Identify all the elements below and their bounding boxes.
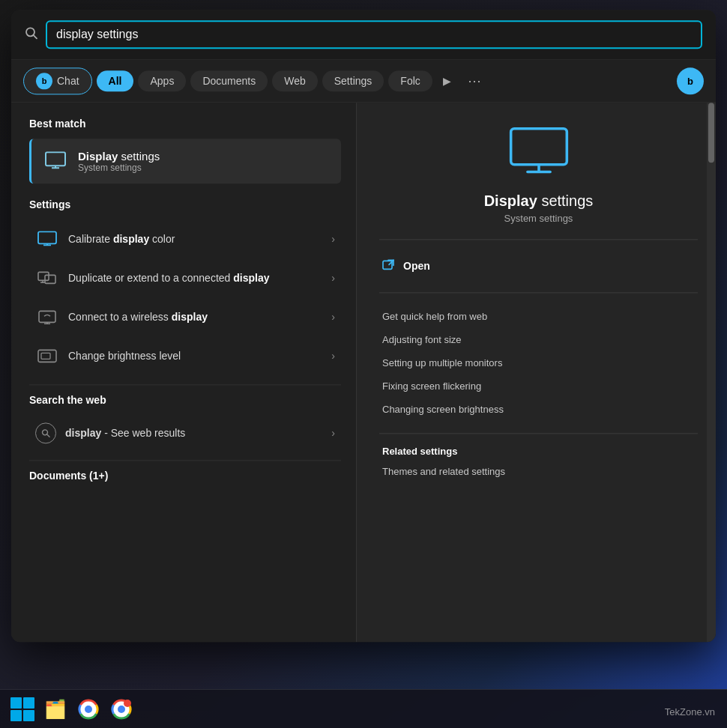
calibrate-icon [35, 227, 59, 251]
tab-chat[interactable]: b Chat [23, 67, 92, 94]
file-explorer-button[interactable]: 🗂️ [42, 696, 69, 723]
tab-documents[interactable]: Documents [190, 70, 268, 91]
web-search-icon [35, 422, 56, 443]
divider-1 [29, 384, 341, 385]
web-search-label: display - See web results [65, 427, 322, 439]
documents-title: Documents (1+) [29, 470, 341, 482]
app-title-rest: settings [537, 192, 593, 209]
tab-web-label: Web [284, 75, 306, 87]
tab-chat-label: Chat [57, 75, 79, 87]
best-match-title: Best match [29, 118, 341, 130]
best-match-bold: Display [78, 150, 118, 163]
calibrate-text-rest: color [149, 233, 175, 245]
left-panel: Best match Display settings System setti… [11, 103, 356, 642]
duplicate-label: Duplicate or extend to a connected displ… [68, 272, 322, 284]
app-title-bold: Display [484, 192, 537, 209]
settings-item-duplicate[interactable]: Duplicate or extend to a connected displ… [29, 258, 341, 297]
web-search-suffix: - See web results [101, 427, 185, 439]
calibrate-chevron: › [331, 233, 335, 245]
svg-point-26 [85, 706, 91, 712]
svg-rect-9 [45, 275, 55, 283]
tab-web[interactable]: Web [272, 70, 318, 91]
settings-section-title: Settings [29, 198, 341, 210]
wireless-text-bold: display [172, 311, 208, 323]
brightness-label: Change brightness level [68, 350, 322, 362]
brightness-icon [35, 344, 59, 368]
svg-rect-5 [38, 231, 56, 243]
more-button[interactable]: ⋯ [462, 70, 487, 92]
help-item-1[interactable]: Adjusting font size [379, 328, 698, 351]
bing-button-right[interactable]: b [677, 67, 704, 94]
duplicate-chevron: › [331, 272, 335, 284]
app-title: Display settings [379, 192, 698, 210]
tab-settings[interactable]: Settings [322, 70, 384, 91]
related-item-0[interactable]: Themes and related settings [379, 460, 698, 483]
help-item-3[interactable]: Fixing screen flickering [379, 374, 698, 398]
duplicate-text-regular: Duplicate or extend to a connected [68, 272, 233, 284]
search-window: b Chat All Apps Documents Web Settings F… [11, 10, 716, 642]
calibrate-text-bold: display [113, 233, 149, 245]
open-icon [382, 258, 396, 274]
display-settings-icon [42, 148, 69, 175]
brightness-chevron: › [331, 350, 335, 362]
settings-item-calibrate[interactable]: Calibrate display color › [29, 219, 341, 258]
right-content: Display settings System settings Open [357, 103, 716, 642]
divider-2 [29, 460, 341, 461]
brightness-text: Change brightness level [68, 350, 181, 362]
search-icon [25, 26, 38, 43]
help-item-4[interactable]: Changing screen brightness [379, 398, 698, 421]
filter-tabs: b Chat All Apps Documents Web Settings F… [11, 60, 716, 103]
svg-rect-19 [510, 129, 567, 165]
help-item-0[interactable]: Get quick help from web [379, 305, 698, 328]
chrome-icon-1 [78, 699, 99, 720]
best-match-main-label: Display settings [78, 150, 160, 163]
svg-line-1 [34, 35, 37, 39]
windows-logo-icon [10, 697, 34, 721]
browser-button-1[interactable] [75, 696, 102, 723]
taskbar-watermark: TekZone.vn [665, 706, 715, 718]
right-divider-2 [379, 292, 698, 293]
help-item-2[interactable]: Setting up multiple monitors [379, 351, 698, 374]
tab-all[interactable]: All [97, 70, 134, 91]
best-match-item[interactable]: Display settings System settings [29, 139, 341, 183]
svg-rect-12 [39, 311, 55, 322]
svg-rect-2 [46, 152, 65, 166]
search-web-item[interactable]: display - See web results › [29, 415, 341, 451]
settings-item-wireless[interactable]: Connect to a wireless display › [29, 297, 341, 336]
related-title: Related settings [382, 446, 698, 457]
tab-settings-label: Settings [334, 75, 372, 87]
scrollbar-thumb[interactable] [708, 103, 714, 163]
settings-item-brightness[interactable]: Change brightness level › [29, 336, 341, 375]
right-divider-1 [379, 239, 698, 240]
best-match-subtitle: System settings [78, 163, 160, 173]
open-action[interactable]: Open [379, 252, 698, 280]
browser-button-2[interactable] [108, 696, 135, 723]
svg-rect-16 [41, 353, 50, 359]
tab-apps[interactable]: Apps [138, 70, 186, 91]
bing-icon-chat: b [36, 73, 52, 89]
search-input[interactable] [46, 20, 702, 49]
wireless-icon [35, 305, 59, 329]
svg-line-18 [47, 434, 50, 437]
taskbar-icons: 🗂️ [9, 696, 135, 723]
play-button[interactable]: ▶ [437, 72, 457, 90]
windows-start-button[interactable] [9, 696, 36, 723]
search-web-title: Search the web [29, 394, 341, 406]
search-bar [11, 10, 716, 60]
scrollbar-track[interactable] [707, 103, 716, 642]
svg-point-29 [118, 706, 124, 712]
tab-all-label: All [109, 75, 122, 87]
web-search-chevron: › [331, 427, 335, 439]
chrome-icon-2 [111, 699, 132, 720]
calibrate-text-regular: Calibrate [68, 233, 113, 245]
calibrate-label: Calibrate display color [68, 233, 322, 245]
right-panel: Display settings System settings Open [356, 103, 716, 642]
open-label: Open [403, 260, 430, 272]
best-match-rest: settings [118, 150, 160, 163]
wireless-label: Connect to a wireless display [68, 311, 322, 323]
tab-apps-label: Apps [150, 75, 174, 87]
wireless-text-regular: Connect to a wireless [68, 311, 172, 323]
taskbar: 🗂️ [0, 689, 727, 728]
folder-icon: 🗂️ [44, 699, 67, 720]
tab-folders[interactable]: Folc [388, 70, 432, 91]
